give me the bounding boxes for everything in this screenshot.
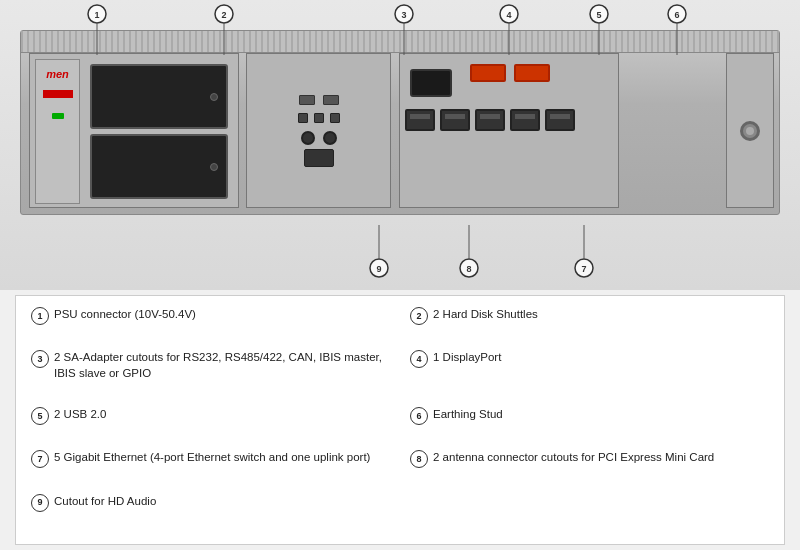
jack-1 [301, 131, 315, 145]
svg-text:4: 4 [506, 10, 511, 20]
legend-item: 52 USB 2.0 [31, 406, 390, 447]
sa-adapter-section [246, 53, 391, 208]
jack-row [301, 131, 337, 145]
legend-item: 22 Hard Disk Shuttles [410, 306, 769, 347]
small-port-2 [314, 113, 324, 123]
svg-point-3 [215, 5, 233, 23]
svg-point-15 [668, 5, 686, 23]
sa-connectors [299, 95, 339, 105]
jack-2 [323, 131, 337, 145]
legend-text: 5 Gigabit Ethernet (4-port Ethernet swit… [54, 449, 390, 465]
svg-point-6 [395, 5, 413, 23]
legend-item: 32 SA-Adapter cutouts for RS232, RS485/4… [31, 349, 390, 404]
legend-item: 41 DisplayPort [410, 349, 769, 404]
svg-point-0 [88, 5, 106, 23]
svg-point-18 [575, 259, 593, 277]
eth-port-4 [510, 109, 540, 131]
svg-text:5: 5 [596, 10, 601, 20]
svg-text:3: 3 [401, 10, 406, 20]
audio-cutout [304, 149, 334, 167]
logo-area: men [35, 59, 80, 204]
svg-text:1: 1 [94, 10, 99, 20]
svg-point-21 [460, 259, 478, 277]
small-port-1 [298, 113, 308, 123]
eth-port-2 [440, 109, 470, 131]
logo-bar [43, 90, 73, 98]
earthing-stud [740, 121, 760, 141]
svg-point-24 [370, 259, 388, 277]
legend-text: 2 SA-Adapter cutouts for RS232, RS485/42… [54, 349, 390, 381]
legend-text: Cutout for HD Audio [54, 493, 390, 509]
legend-text: 2 USB 2.0 [54, 406, 390, 422]
hdd-bay-1 [90, 64, 228, 129]
eth-port-3 [475, 109, 505, 131]
legend-number: 7 [31, 450, 49, 468]
usb-ports [470, 64, 550, 82]
led-indicator [52, 113, 64, 119]
svg-text:2: 2 [221, 10, 226, 20]
right-center-section [399, 53, 619, 208]
usb-port-1 [470, 64, 506, 82]
svg-text:6: 6 [674, 10, 679, 20]
legend-text: PSU connector (10V-50.4V) [54, 306, 390, 322]
legend-item: 6Earthing Stud [410, 406, 769, 447]
eth-port-5 [545, 109, 575, 131]
legend-item: 9Cutout for HD Audio [31, 493, 390, 534]
top-vent [21, 31, 779, 53]
legend-number: 1 [31, 307, 49, 325]
small-port-3 [330, 113, 340, 123]
device-body: men [20, 30, 780, 215]
sa-port-1 [299, 95, 315, 105]
legend-number: 6 [410, 407, 428, 425]
small-ports [298, 113, 340, 123]
legend-item: 82 antenna connector cutouts for PCI Exp… [410, 449, 769, 490]
left-section: men [29, 53, 239, 208]
sa-port-2 [323, 95, 339, 105]
legend-item: 1PSU connector (10V-50.4V) [31, 306, 390, 347]
legend-text: 2 Hard Disk Shuttles [433, 306, 769, 322]
brand-logo: men [46, 68, 69, 80]
legend-number: 2 [410, 307, 428, 325]
legend-text: 1 DisplayPort [433, 349, 769, 365]
legend-number: 4 [410, 350, 428, 368]
svg-point-9 [500, 5, 518, 23]
legend-item: 75 Gigabit Ethernet (4-port Ethernet swi… [31, 449, 390, 490]
svg-text:7: 7 [581, 264, 586, 274]
legend-number: 5 [31, 407, 49, 425]
legend-text: Earthing Stud [433, 406, 769, 422]
usb-port-2 [514, 64, 550, 82]
eth-port-1 [405, 109, 435, 131]
svg-point-12 [590, 5, 608, 23]
legend-area: 1PSU connector (10V-50.4V)22 Hard Disk S… [15, 295, 785, 545]
legend-number: 8 [410, 450, 428, 468]
earthing-section [726, 53, 774, 208]
legend-text: 2 antenna connector cutouts for PCI Expr… [433, 449, 769, 465]
device-image: men [0, 0, 800, 290]
svg-text:9: 9 [376, 264, 381, 274]
hdd-bay-2 [90, 134, 228, 199]
displayport [410, 69, 452, 97]
svg-text:8: 8 [466, 264, 471, 274]
legend-number: 3 [31, 350, 49, 368]
ethernet-ports [405, 109, 575, 131]
hdd-bays [85, 59, 233, 204]
legend-number: 9 [31, 494, 49, 512]
